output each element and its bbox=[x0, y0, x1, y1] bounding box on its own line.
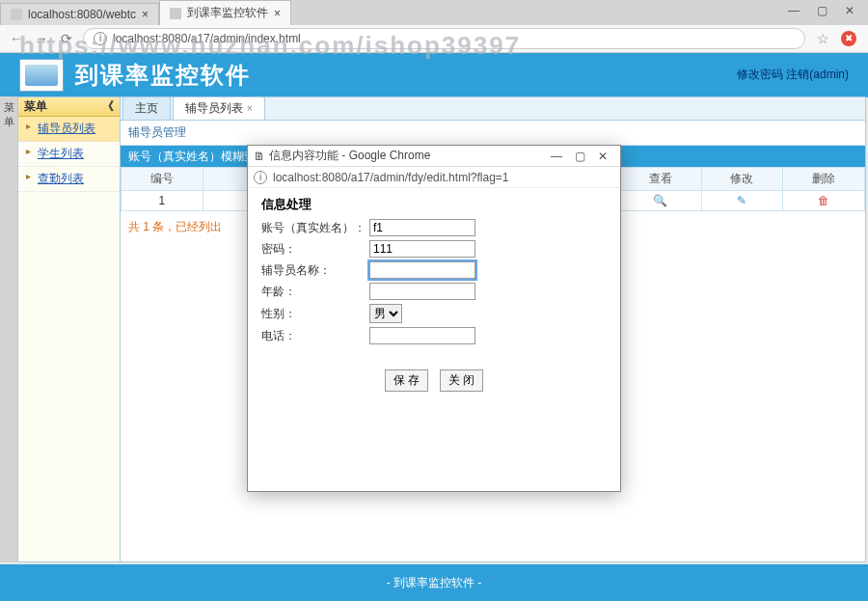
tab-counselors[interactable]: 辅导员列表 × bbox=[173, 96, 265, 120]
tab-label: 主页 bbox=[135, 100, 158, 117]
delete-icon[interactable]: 🗑 bbox=[818, 194, 829, 207]
view-icon[interactable]: 🔍 bbox=[653, 194, 667, 207]
popup-max-button[interactable]: ▢ bbox=[568, 150, 591, 163]
content-tabs: 主页 辅导员列表 × bbox=[121, 97, 865, 121]
left-column-handle[interactable]: 菜单 bbox=[0, 96, 17, 562]
password-input[interactable] bbox=[369, 240, 475, 258]
gender-select[interactable]: 男 bbox=[369, 304, 402, 323]
password-label: 密码： bbox=[261, 241, 369, 258]
browser-tab-0[interactable]: localhost:8080/webtc × bbox=[0, 3, 159, 25]
tab-title: 到课率监控软件 bbox=[187, 5, 268, 21]
popup-window: 🗎 信息内容功能 - Google Chrome — ▢ ✕ i localho… bbox=[247, 145, 621, 492]
section-title: 辅导员管理 bbox=[121, 121, 865, 146]
age-label: 年龄： bbox=[261, 284, 369, 300]
sidebar: 菜单 《 辅导员列表 学生列表 查勤列表 bbox=[18, 97, 121, 561]
popup-actions: 保 存 关 闭 bbox=[261, 369, 607, 392]
reload-button[interactable]: ⟳ bbox=[58, 30, 75, 47]
url-text: localhost:8080/a17/admin/index.html bbox=[113, 32, 301, 45]
left-col-label: 菜单 bbox=[0, 100, 17, 129]
col-delete: 删除 bbox=[783, 168, 865, 191]
browser-tab-1[interactable]: 到课率监控软件 × bbox=[159, 0, 291, 25]
window-controls: — ▢ ✕ bbox=[774, 0, 868, 21]
logo-icon bbox=[19, 59, 64, 92]
logout-link[interactable]: 注销(admin) bbox=[786, 68, 849, 81]
popup-min-button[interactable]: — bbox=[545, 150, 568, 163]
name-label: 辅导员名称： bbox=[261, 262, 369, 279]
age-input[interactable] bbox=[369, 283, 475, 300]
sidebar-collapse-icon[interactable]: 《 bbox=[102, 98, 114, 115]
col-view: 查看 bbox=[619, 168, 701, 191]
app-title: 到课率监控软件 bbox=[75, 60, 251, 91]
page-icon bbox=[170, 8, 181, 19]
site-info-icon[interactable]: i bbox=[254, 171, 267, 184]
footer-text: - 到课率监控软件 - bbox=[387, 576, 482, 589]
bookmark-icon[interactable]: ☆ bbox=[813, 31, 833, 46]
tab-label: 辅导员列表 bbox=[185, 100, 243, 117]
url-input[interactable]: i localhost:8080/a17/admin/index.html bbox=[83, 28, 805, 49]
tab-close-icon[interactable]: × bbox=[247, 103, 253, 114]
app-header: 到课率监控软件 修改密码 注销(admin) bbox=[0, 53, 868, 97]
phone-input[interactable] bbox=[369, 327, 475, 344]
sidebar-item-checks[interactable]: 查勤列表 bbox=[18, 167, 120, 192]
sidebar-title: 菜单 bbox=[24, 98, 47, 115]
forward-button[interactable]: → bbox=[33, 30, 50, 47]
col-id: 编号 bbox=[122, 168, 203, 191]
tab-close-icon[interactable]: × bbox=[274, 7, 281, 20]
popup-body: 信息处理 账号（真实姓名）： 密码： 辅导员名称： 年龄： 性别： 男 电话： bbox=[248, 188, 620, 399]
page-icon bbox=[11, 9, 22, 20]
header-links: 修改密码 注销(admin) bbox=[737, 67, 849, 83]
sidebar-header: 菜单 《 bbox=[18, 97, 120, 117]
sidebar-item-students[interactable]: 学生列表 bbox=[18, 142, 120, 167]
tab-close-icon[interactable]: × bbox=[142, 8, 149, 21]
popup-close-button[interactable]: ✕ bbox=[591, 150, 614, 163]
form-heading: 信息处理 bbox=[261, 196, 607, 213]
popup-url: localhost:8080/a17/admin/fdy/edit.html?f… bbox=[273, 171, 509, 184]
phone-label: 电话： bbox=[261, 328, 369, 344]
browser-chrome: — ▢ ✕ localhost:8080/webtc × 到课率监控软件 × ←… bbox=[0, 0, 868, 53]
page-icon: 🗎 bbox=[254, 150, 265, 163]
popup-address-bar: i localhost:8080/a17/admin/fdy/edit.html… bbox=[248, 167, 620, 188]
address-bar: ← → ⟳ i localhost:8080/a17/admin/index.h… bbox=[0, 25, 868, 52]
sidebar-item-label: 学生列表 bbox=[38, 147, 84, 160]
col-edit: 修改 bbox=[701, 168, 783, 191]
name-input[interactable] bbox=[369, 261, 475, 279]
tab-title: localhost:8080/webtc bbox=[28, 8, 136, 21]
popup-titlebar[interactable]: 🗎 信息内容功能 - Google Chrome — ▢ ✕ bbox=[248, 146, 620, 167]
sidebar-item-label: 辅导员列表 bbox=[38, 122, 95, 135]
sidebar-item-counselors[interactable]: 辅导员列表 bbox=[18, 117, 120, 142]
change-password-link[interactable]: 修改密码 bbox=[737, 68, 783, 81]
popup-title: 信息内容功能 - Google Chrome bbox=[269, 148, 430, 164]
browser-tabs: localhost:8080/webtc × 到课率监控软件 × bbox=[0, 0, 868, 25]
site-info-icon[interactable]: i bbox=[94, 32, 107, 45]
close-button[interactable]: ✕ bbox=[845, 4, 854, 17]
gender-label: 性别： bbox=[261, 306, 369, 322]
edit-icon[interactable]: ✎ bbox=[737, 194, 746, 207]
close-button[interactable]: 关 闭 bbox=[440, 369, 483, 392]
tab-home[interactable]: 主页 bbox=[122, 96, 171, 120]
footer: - 到课率监控软件 - bbox=[0, 564, 868, 601]
back-button[interactable]: ← bbox=[8, 30, 25, 47]
stop-icon[interactable]: ✖ bbox=[841, 31, 856, 46]
sidebar-item-label: 查勤列表 bbox=[38, 172, 84, 185]
max-button[interactable]: ▢ bbox=[817, 4, 827, 17]
account-input[interactable] bbox=[369, 219, 475, 236]
save-button[interactable]: 保 存 bbox=[385, 369, 428, 392]
account-label: 账号（真实姓名）： bbox=[261, 220, 369, 236]
cell-id: 1 bbox=[122, 191, 203, 211]
min-button[interactable]: — bbox=[788, 4, 800, 17]
